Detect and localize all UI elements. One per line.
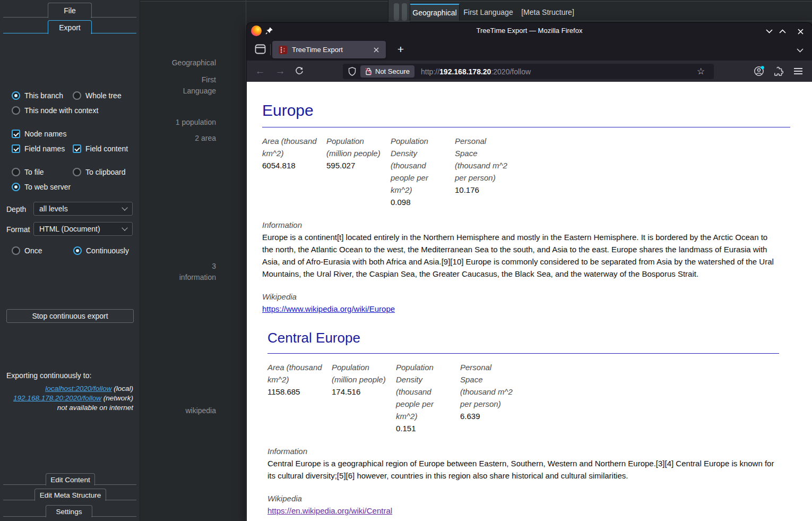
tree-node-geographical[interactable]: Geographical	[172, 58, 216, 67]
menu-button[interactable]	[791, 64, 805, 78]
checkbox-field-content-icon	[73, 144, 81, 153]
checkbox-node-names[interactable]: Node names	[12, 129, 66, 139]
stop-continuous-export-button[interactable]: Stop continuous export	[6, 309, 134, 323]
tab-edit-content[interactable]: Edit Content	[46, 473, 95, 485]
radio-to-web-server-label: To web server	[24, 183, 71, 191]
export-tabbar-line-left	[3, 33, 48, 33]
radio-whole-tree[interactable]: Whole tree	[73, 91, 122, 100]
forward-button[interactable]: →	[273, 64, 287, 78]
puzzle-icon	[774, 66, 783, 76]
chevron-down-icon	[122, 204, 127, 210]
radio-continuously[interactable]: Continuously	[73, 246, 129, 255]
url-text[interactable]: http://192.168.178.20:2020/follow	[421, 67, 531, 76]
radio-to-clipboard[interactable]: To clipboard	[73, 167, 126, 177]
edit-content-line-left	[3, 484, 46, 485]
firefox-window: TreeTime Export — Mozilla Firefox	[247, 23, 812, 521]
tab-meta-structure[interactable]: [Meta Structure]	[517, 4, 578, 21]
radio-node-context[interactable]: This node with context	[12, 106, 98, 115]
not-secure-chip[interactable]: Not Secure	[360, 65, 414, 78]
url-path: :2020/follow	[491, 67, 531, 76]
central-europe-field-table: Area (thousand km^2) 1158.685 Population…	[267, 361, 812, 434]
top-tabbar-line	[388, 21, 812, 21]
export-link-network[interactable]: 192.168.178.20:2020/follow	[13, 394, 101, 402]
tab-edit-meta-structure-label: Edit Meta Structure	[40, 491, 101, 499]
url-bar[interactable]: Not Secure http://192.168.178.20:2020/fo…	[343, 64, 714, 79]
treetime-favicon	[279, 46, 287, 54]
checkbox-node-names-label: Node names	[24, 130, 66, 138]
field-header: Personal Space (thousand m^2 per person)	[455, 135, 511, 184]
firefox-titlebar[interactable]: TreeTime Export — Mozilla Firefox	[247, 23, 812, 39]
new-tab-button[interactable]: +	[393, 42, 408, 57]
field-value: 6.639	[460, 410, 516, 422]
field-value: 0.098	[391, 196, 446, 208]
europe-wikipedia-link[interactable]: https://www.wikipedia.org/wiki/Europe	[262, 304, 395, 313]
tab-file[interactable]: File	[48, 3, 92, 18]
tree-column-divider	[246, 0, 246, 521]
radio-continuously-icon	[73, 246, 82, 255]
tab-first-language[interactable]: First Language	[460, 4, 517, 21]
checkbox-field-names-icon	[12, 144, 20, 153]
depth-select[interactable]: all levels	[33, 202, 133, 216]
window-close-button[interactable]	[796, 27, 805, 36]
account-button[interactable]	[752, 64, 766, 78]
checkbox-field-content[interactable]: Field content	[73, 144, 128, 153]
export-link-local-suffix: (local)	[111, 385, 133, 392]
radio-once-label: Once	[24, 246, 42, 255]
tree-field-information: information	[179, 273, 216, 281]
field-header: Population (million people)	[332, 361, 387, 386]
format-select[interactable]: HTML (Document)	[33, 222, 133, 236]
radio-once[interactable]: Once	[12, 246, 42, 255]
bookmark-star-icon[interactable]: ☆	[697, 66, 705, 77]
page-title-europe: Europe	[262, 101, 812, 120]
radio-this-branch-icon	[12, 91, 20, 100]
firefox-navbar: ← → Not Secure	[247, 61, 812, 82]
settings-line-right	[91, 516, 136, 517]
window-maximize-button[interactable]	[778, 27, 787, 36]
information-label: Information	[267, 445, 812, 457]
tab-settings[interactable]: Settings	[46, 505, 92, 517]
tab-geographical[interactable]: Geographical	[410, 4, 460, 21]
europe-field-table: Area (thousand km^2) 6054.818 Population…	[262, 135, 812, 208]
hamburger-icon	[794, 66, 802, 76]
radio-whole-tree-label: Whole tree	[85, 91, 122, 100]
radio-this-branch[interactable]: This branch	[12, 91, 63, 100]
window-title: TreeTime Export — Mozilla Firefox	[247, 27, 812, 35]
tab-edit-meta-structure[interactable]: Edit Meta Structure	[34, 489, 106, 501]
radio-whole-tree-icon	[73, 91, 81, 100]
forward-arrow-icon: →	[275, 65, 286, 77]
tab-close-icon[interactable]	[374, 47, 379, 53]
export-status-line: Exporting continuously to:	[6, 371, 91, 380]
reload-button[interactable]	[292, 64, 306, 78]
chevron-down-icon	[766, 29, 773, 33]
edit-meta-line-left	[3, 500, 34, 500]
field-column: Population (million people) 174.516	[332, 361, 396, 434]
browser-tab-treetime-export[interactable]: TreeTime Export	[272, 41, 386, 58]
radio-to-file-icon	[12, 168, 20, 176]
window-minimize-button[interactable]	[765, 27, 773, 36]
central-europe-wikipedia-link[interactable]: https://en.wikipedia.org/wiki/Central	[267, 506, 392, 515]
back-button[interactable]: ←	[253, 64, 267, 78]
reload-icon	[295, 67, 304, 75]
wikipedia-label: Wikipedia	[267, 492, 812, 505]
splitter-handle-icon[interactable]	[402, 3, 407, 21]
list-all-tabs-button[interactable]	[797, 45, 804, 55]
edit-meta-line-right	[105, 500, 136, 500]
radio-to-clipboard-icon	[73, 168, 81, 176]
tab-export[interactable]: Export	[48, 20, 92, 34]
field-column: Population Density (thousand people per …	[396, 361, 460, 434]
field-column: Population (million people) 595.027	[326, 135, 391, 208]
extensions-button[interactable]	[772, 64, 785, 78]
field-column: Population Density (thousand people per …	[391, 135, 455, 208]
field-value: 595.027	[326, 159, 382, 172]
radio-to-file[interactable]: To file	[12, 167, 44, 177]
checkbox-field-names[interactable]: Field names	[12, 144, 65, 153]
export-tabbar-line-right	[91, 33, 136, 33]
firefox-view-icon[interactable]	[255, 44, 266, 54]
export-link-local[interactable]: localhost:2020/follow	[45, 385, 111, 392]
format-label: Format	[6, 225, 30, 234]
splitter-handle-icon[interactable]	[394, 3, 399, 21]
shield-icon[interactable]	[348, 67, 356, 76]
field-column: Area (thousand km^2) 1158.685	[267, 361, 332, 434]
radio-to-web-server[interactable]: To web server	[12, 182, 71, 192]
radio-to-web-server-icon	[12, 183, 20, 191]
